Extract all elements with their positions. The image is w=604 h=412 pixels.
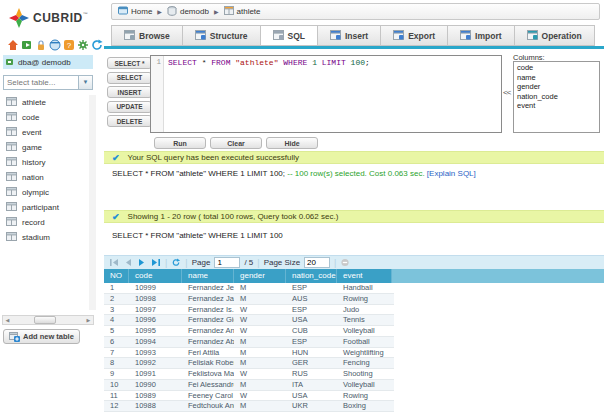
column-header-name[interactable]: name <box>182 269 234 283</box>
tab-browse[interactable]: Browse <box>111 25 182 46</box>
tab-sql[interactable]: SQL <box>260 25 317 46</box>
check-icon: ✔ <box>112 212 120 222</box>
previous-page-icon[interactable] <box>123 258 133 267</box>
table-row[interactable]: 710993Feri AttilaMHUNWeightlifting <box>104 348 394 359</box>
column-option-code[interactable]: code <box>517 63 599 73</box>
sidebar-item-stadium[interactable]: stadium <box>6 230 88 245</box>
sidebar-item-code[interactable]: code <box>6 110 88 125</box>
column-option-nation_code[interactable]: nation_code <box>517 92 599 102</box>
chevron-down-icon[interactable]: ▼ <box>78 76 92 89</box>
page-size-label: Page Size <box>264 258 300 267</box>
import-tab-icon <box>460 30 471 42</box>
tab-export[interactable]: Export <box>380 25 447 46</box>
next-page-icon[interactable] <box>137 258 147 267</box>
cell: Feeney Carol <box>182 391 234 401</box>
scroll-right-arrow-icon[interactable]: ▶ <box>84 317 93 323</box>
sql-snippet-insert-button[interactable]: INSERT <box>107 86 152 98</box>
cell: 10992 <box>129 358 182 368</box>
sidebar-item-history[interactable]: history <box>6 155 88 170</box>
sql-snippet-update-button[interactable]: UPDATE <box>107 101 152 113</box>
table-row[interactable]: 1110989Feeney CarolWUSARowing <box>104 391 394 402</box>
cell: W <box>234 391 286 401</box>
tab-insert[interactable]: Insert <box>317 25 380 46</box>
table-row[interactable]: 110999Fernandez Je...MESPHandball <box>104 283 394 294</box>
result-status-text: -- 100 row(s) selected. Cost 0.063 sec. <box>287 169 424 178</box>
last-page-icon[interactable] <box>151 258 161 267</box>
settings-icon[interactable] <box>77 37 89 49</box>
refresh-icon[interactable] <box>171 258 181 267</box>
connection-icon[interactable] <box>21 37 33 49</box>
sidebar-vertical-scrollbar[interactable] <box>89 95 96 310</box>
table-row[interactable]: 1210988Fedtchouk AndriMUKRBoxing <box>104 401 394 412</box>
table-icon <box>6 127 17 138</box>
scroll-left-arrow-icon[interactable]: ◀ <box>3 317 12 323</box>
sql-code[interactable]: SELECT * FROM "athlete" WHERE 1 LIMIT 10… <box>164 56 501 132</box>
sidebar-item-nation[interactable]: nation <box>6 170 88 185</box>
sidebar-item-olympic[interactable]: olympic <box>6 185 88 200</box>
column-option-event[interactable]: event <box>517 101 599 111</box>
table-row[interactable]: 810992Felisiak RobertMGERFencing <box>104 358 394 369</box>
clear-button[interactable]: Clear <box>210 137 262 149</box>
refresh-icon[interactable] <box>91 37 103 49</box>
cell: 10988 <box>129 401 182 411</box>
breadcrumb-item-demodb[interactable]: demodb <box>167 6 209 18</box>
breadcrumb-label: demodb <box>180 7 209 16</box>
scrollbar-thumb[interactable] <box>34 316 56 324</box>
column-header-event[interactable]: event <box>337 269 392 283</box>
table-row[interactable]: 510995Fernandez An...WCUBVolleyball <box>104 326 394 337</box>
sql-snippet-select-button[interactable]: SELECT <box>107 72 152 84</box>
cell: ESP <box>286 337 337 347</box>
first-page-icon[interactable] <box>109 258 119 267</box>
table-row[interactable]: 210998Fernandez Ja...MAUSRowing <box>104 294 394 305</box>
sidebar-item-game[interactable]: game <box>6 140 88 155</box>
hide-button[interactable]: Hide <box>266 137 318 149</box>
lock-icon[interactable] <box>35 37 47 49</box>
column-option-gender[interactable]: gender <box>517 82 599 92</box>
table-row[interactable]: 310997Fernandez Is...WESPJudo <box>104 305 394 316</box>
cell: 8 <box>104 358 129 368</box>
sql-snippet-select-button[interactable]: SELECT * <box>107 57 152 69</box>
cell: 10990 <box>129 380 182 390</box>
table-row[interactable]: 610994Fernandez Ab...MESPFootball <box>104 337 394 348</box>
breadcrumb-item-athlete[interactable]: athlete <box>224 6 261 17</box>
cell: Fei Alessandro <box>182 380 234 390</box>
browser-icon[interactable] <box>49 37 61 49</box>
page-size-input[interactable] <box>304 257 330 268</box>
collapse-columns-button[interactable]: << <box>503 88 510 97</box>
table-row[interactable]: 410996Fernandez GigiWUSATennis <box>104 315 394 326</box>
run-button[interactable]: Run <box>154 137 206 149</box>
home-icon[interactable] <box>7 37 19 49</box>
columns-listbox[interactable]: codenamegendernation_codeevent <box>513 61 600 133</box>
cell: AUS <box>286 294 337 304</box>
insert-tab-icon <box>330 30 341 42</box>
help-icon[interactable]: ? <box>63 37 75 49</box>
sidebar-horizontal-scrollbar[interactable]: ◀ ▶ <box>2 315 94 325</box>
database-icon <box>167 6 177 18</box>
sql-snippet-delete-button[interactable]: DELETE <box>107 115 152 127</box>
sidebar-item-athlete[interactable]: athlete <box>6 95 88 110</box>
column-header-code[interactable]: code <box>129 269 182 283</box>
column-header-gender[interactable]: gender <box>234 269 286 283</box>
tab-operation[interactable]: Operation <box>514 25 595 46</box>
sql-editor[interactable]: 1 SELECT * FROM "athlete" WHERE 1 LIMIT … <box>150 55 502 133</box>
table-row[interactable]: 1010990Fei AlessandroMITAVolleyball <box>104 380 394 391</box>
tab-import[interactable]: Import <box>447 25 513 46</box>
sidebar-item-record[interactable]: record <box>6 215 88 230</box>
table-select-dropdown[interactable]: Select table... ▼ <box>3 75 93 90</box>
explain-sql-link[interactable]: [Explain SQL] <box>427 169 476 178</box>
tab-structure[interactable]: Structure <box>182 25 260 46</box>
table-icon <box>6 202 17 213</box>
column-option-name[interactable]: name <box>517 73 599 83</box>
table-name-label: game <box>22 143 42 152</box>
sidebar-item-participant[interactable]: participant <box>6 200 88 215</box>
connection-indicator[interactable]: dba@ demodb <box>3 55 93 69</box>
column-header-no[interactable]: NO <box>104 269 129 283</box>
page-number-input[interactable] <box>214 257 240 268</box>
breadcrumb-item-home[interactable]: Home <box>118 6 152 17</box>
pagination-toolbar: | | Page / 5 | Page Size | <box>104 255 604 269</box>
table-row[interactable]: 910991Feklistova MariaWRUSShooting <box>104 369 394 380</box>
column-header-nation_code[interactable]: nation_code <box>286 269 337 283</box>
add-new-table-button[interactable]: Add new table <box>3 329 80 344</box>
sidebar-item-event[interactable]: event <box>6 125 88 140</box>
divider: | <box>185 258 187 268</box>
